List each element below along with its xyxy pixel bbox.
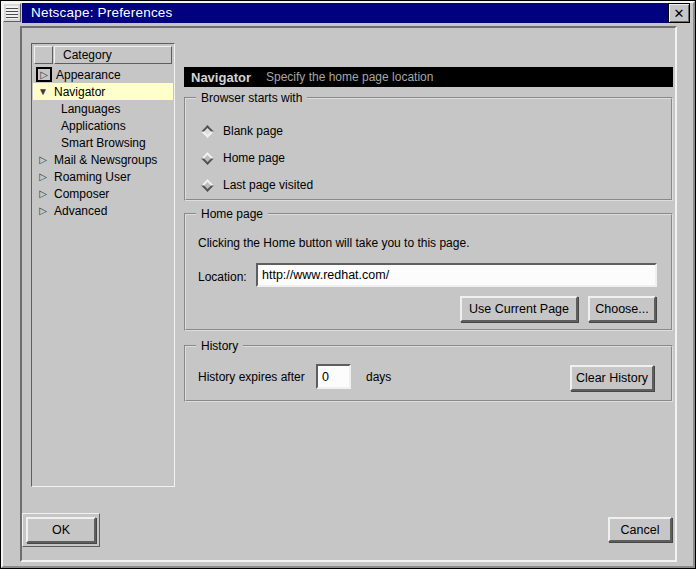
radio-selected-icon[interactable] [201,125,214,138]
history-days-input[interactable] [316,364,351,389]
radio-last-page-visited[interactable]: Last page visited [201,176,313,194]
titlebar[interactable]: Netscape: Preferences [22,2,668,23]
choose-button[interactable]: Choose... [588,296,656,322]
days-label: days [366,370,391,384]
tree-rows: ▷ Appearance ▼ Navigator Languages Appli… [33,66,173,219]
radio-home-page[interactable]: Home page [201,149,285,167]
tree-header: Category [34,46,172,64]
collapsed-triangle-icon[interactable]: ▷ [36,153,50,167]
home-page-description: Clicking the Home button will take you t… [198,236,469,250]
location-input[interactable] [256,263,657,287]
window-menu-icon[interactable] [3,3,21,22]
history-expires-label: History expires after [198,370,305,384]
sidebar-item-applications[interactable]: Applications [33,117,173,134]
section-header: Navigator Specify the home page location [184,67,673,87]
ok-button[interactable]: OK [26,517,96,543]
sidebar-item-navigator[interactable]: ▼ Navigator [33,83,173,100]
sidebar-item-appearance[interactable]: ▷ Appearance [33,66,173,83]
section-subtitle: Specify the home page location [266,70,433,84]
sidebar-item-mail-newsgroups[interactable]: ▷ Mail & Newsgroups [33,151,173,168]
tree-header-spacer [34,46,53,64]
sidebar-item-languages[interactable]: Languages [33,100,173,117]
window-menu-lines [6,6,18,19]
ok-default-frame: OK [22,513,100,547]
expanded-triangle-icon[interactable]: ▼ [36,85,50,99]
group-legend: Home page [196,207,268,221]
cancel-button[interactable]: Cancel [608,517,672,542]
location-label: Location: [198,270,247,284]
sidebar-item-roaming-user[interactable]: ▷ Roaming User [33,168,173,185]
radio-unselected-icon[interactable] [201,152,214,165]
history-group: History History expires after days Clear… [184,345,673,402]
group-legend: History [196,339,243,353]
category-tree: Category ▷ Appearance ▼ Navigator Langua… [31,43,175,487]
tree-header-category: Category [54,46,172,64]
browser-starts-with-group: Browser starts with Blank page Home page… [184,97,673,201]
close-icon[interactable]: ✕ [668,3,690,23]
radio-blank-page[interactable]: Blank page [201,122,283,140]
sidebar-item-composer[interactable]: ▷ Composer [33,185,173,202]
preferences-window: Netscape: Preferences ✕ Category ▷ Appea… [0,0,696,569]
radio-unselected-icon[interactable] [201,179,214,192]
collapsed-triangle-icon[interactable]: ▷ [36,67,52,82]
home-page-group: Home page Clicking the Home button will … [184,213,673,331]
collapsed-triangle-icon[interactable]: ▷ [36,187,50,201]
section-title: Navigator [191,70,251,85]
sidebar-item-advanced[interactable]: ▷ Advanced [33,202,173,219]
collapsed-triangle-icon[interactable]: ▷ [36,170,50,184]
group-legend: Browser starts with [196,91,307,105]
clear-history-button[interactable]: Clear History [570,365,654,391]
sidebar-item-smart-browsing[interactable]: Smart Browsing [33,134,173,151]
collapsed-triangle-icon[interactable]: ▷ [36,204,50,218]
use-current-page-button[interactable]: Use Current Page [460,296,578,322]
window-title: Netscape: Preferences [31,5,173,20]
